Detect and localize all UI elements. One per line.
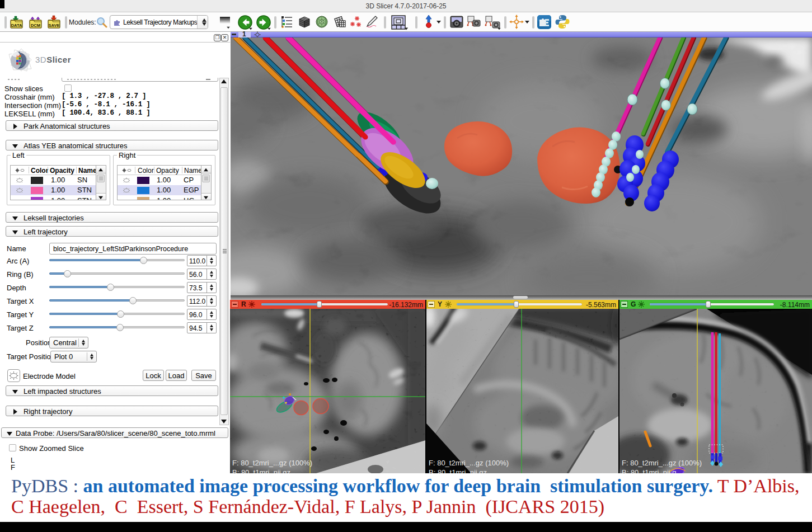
svg-text:B: 80_t1mri_nii.gz: B: 80_t1mri_nii.gz [429,468,487,473]
svg-text:B: 80_t1mri_nii.gz: B: 80_t1mri_nii.gz [232,468,290,473]
svg-text:DCM: DCM [31,23,40,28]
svg-text:F: 80_t2mri_...gz (100%): F: 80_t2mri_...gz (100%) [429,459,509,467]
svg-text:SAVE: SAVE [49,23,60,28]
svg-text:B: 80_t1mri_nii.g: B: 80_t1mri_nii.g [622,468,677,473]
svg-text:F: 80_t2mri_...gz (100%): F: 80_t2mri_...gz (100%) [622,459,702,467]
svg-text:F: 80_t2mri_...gz (100%): F: 80_t2mri_...gz (100%) [232,459,312,467]
svg-text:DATA: DATA [11,23,22,28]
